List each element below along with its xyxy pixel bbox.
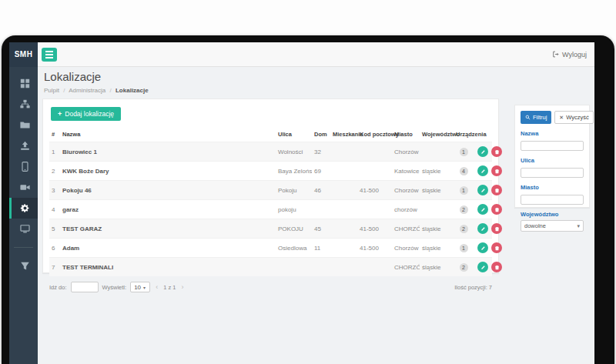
devices-count-badge: 2 <box>460 263 468 272</box>
locations-panel: + Dodaj lokalizację # Nazwa Ulica Dom Mi… <box>42 99 499 273</box>
sidebar-item-cameras[interactable] <box>9 177 38 198</box>
breadcrumb-home[interactable]: Pulpit <box>44 87 59 94</box>
col-kod-pocztowy: Kod pocztowy <box>357 127 392 142</box>
edit-button[interactable] <box>477 242 488 253</box>
cell-nazwa: TEST TERMINALI <box>60 258 276 277</box>
sidebar-item-upload[interactable] <box>9 135 38 156</box>
sidebar-item-devices[interactable] <box>9 156 38 177</box>
delete-button[interactable] <box>491 223 502 234</box>
cell-wojewodztwo: śląskie <box>420 162 454 181</box>
filter-wojewodztwo-select[interactable]: dowolne ▾ <box>521 220 584 232</box>
cell-ulica <box>276 258 312 277</box>
filter-panel: Filtruj ✕ Wyczyść Nazwa Ulica Miasto Woj… <box>514 105 590 208</box>
pencil-icon <box>480 245 486 251</box>
cell-mieszkanie <box>330 181 357 200</box>
breadcrumb-section[interactable]: Administracja <box>69 87 105 94</box>
table-row: 4 garaz pokoju chorzów 2 <box>49 200 492 219</box>
row-number: 2 <box>49 162 60 181</box>
cell-kod <box>357 162 392 181</box>
delete-button[interactable] <box>491 262 502 272</box>
edit-button[interactable] <box>477 165 488 176</box>
devices-count-badge: 1 <box>460 186 468 195</box>
col-dom: Dom <box>312 127 330 142</box>
chevron-down-icon: ▾ <box>143 285 146 290</box>
pencil-icon <box>480 265 486 270</box>
delete-button[interactable] <box>491 165 502 176</box>
cell-nazwa: Biurowiec 1 <box>60 142 276 162</box>
goto-page-input[interactable] <box>71 282 99 292</box>
filter-clear-button[interactable]: ✕ Wyczyść <box>554 111 593 124</box>
close-icon: ✕ <box>559 115 564 121</box>
trash-icon <box>494 169 500 174</box>
cell-mieszkanie <box>330 239 357 258</box>
tablet-icon <box>20 162 30 172</box>
delete-button[interactable] <box>491 185 502 195</box>
sidebar-item-folders[interactable] <box>9 115 38 135</box>
plus-icon: + <box>58 110 62 118</box>
cell-wojewodztwo: śląskie <box>420 181 454 200</box>
sidebar-item-settings[interactable] <box>9 198 38 219</box>
row-number: 4 <box>49 200 60 219</box>
cell-nazwa: KWK Boże Dary <box>60 162 276 181</box>
trash-icon <box>494 265 500 270</box>
cell-miasto: Chorzów <box>392 239 420 258</box>
filter-apply-button[interactable]: Filtruj <box>521 111 551 124</box>
edit-button[interactable] <box>477 185 488 195</box>
col-miasto: Miasto <box>392 127 420 142</box>
edit-button[interactable] <box>477 204 488 215</box>
cell-ulica: POKOJU <box>276 219 312 239</box>
app-logo: SMH <box>9 42 38 67</box>
cell-wojewodztwo <box>420 142 454 162</box>
filter-miasto-input[interactable] <box>521 195 584 205</box>
page-size-select[interactable]: 10 ▾ <box>130 282 150 292</box>
cell-wojewodztwo: śląskie <box>420 219 454 239</box>
cell-kod: 41-500 <box>357 181 392 200</box>
pencil-icon <box>480 188 486 193</box>
delete-button[interactable] <box>491 146 502 157</box>
filter-clear-label: Wyczyść <box>566 114 589 121</box>
prev-page-button[interactable]: ‹ <box>154 283 159 291</box>
cell-nazwa: Pokoju 46 <box>60 181 276 200</box>
cell-wojewodztwo: śląskie <box>420 239 454 258</box>
row-number: 3 <box>49 181 60 200</box>
delete-button[interactable] <box>491 204 502 215</box>
edit-button[interactable] <box>477 223 488 234</box>
breadcrumb-separator: / <box>110 87 112 94</box>
page-size-value: 10 <box>134 284 141 291</box>
sidebar-item-dashboard[interactable] <box>9 73 38 94</box>
edit-button[interactable] <box>477 146 488 157</box>
table-row: 3 Pokoju 46 Pokoju 46 41-500 Chorzów ślą… <box>49 181 492 200</box>
edit-button[interactable] <box>477 262 488 272</box>
cell-wojewodztwo: śląskie <box>420 258 454 277</box>
trash-icon <box>494 226 500 232</box>
cell-mieszkanie <box>330 219 357 239</box>
sidebar-item-sitemap[interactable] <box>9 94 38 115</box>
filter-nazwa-input[interactable] <box>521 141 584 151</box>
cell-kod: 41-500 <box>357 239 392 258</box>
breadcrumb-separator: / <box>63 87 65 94</box>
folder-icon <box>20 120 30 130</box>
breadcrumb: Pulpit / Administracja / Lokalizacje <box>44 87 149 94</box>
table-row: 2 KWK Boże Dary Baya Zelońskiego 69 Kato… <box>49 162 492 181</box>
gear-icon <box>20 203 30 213</box>
col-ulica: Ulica <box>276 127 312 142</box>
goto-label: Idź do: <box>49 284 67 291</box>
devices-count-badge: 1 <box>460 244 468 252</box>
pencil-icon <box>480 207 486 212</box>
sidebar-toggle-button[interactable] <box>42 48 57 62</box>
row-number: 5 <box>49 219 60 239</box>
cell-mieszkanie <box>330 142 357 162</box>
sidebar-item-filter[interactable] <box>9 255 38 276</box>
col-nazwa: Nazwa <box>60 127 276 142</box>
filter-ulica-input[interactable] <box>521 168 584 178</box>
delete-button[interactable] <box>491 242 502 253</box>
table-row: 5 TEST GARAZ POKOJU 45 41-500 CHORZÓW śl… <box>49 219 492 239</box>
next-page-button[interactable]: › <box>179 283 185 291</box>
sidebar-item-terminals[interactable] <box>9 219 38 239</box>
table-header-row: # Nazwa Ulica Dom Mieszkanie Kod pocztow… <box>49 127 492 142</box>
cell-mieszkanie <box>330 200 357 219</box>
add-location-button[interactable]: + Dodaj lokalizację <box>51 107 121 121</box>
logout-button[interactable]: Wyloguj <box>552 51 587 58</box>
cell-dom: 32 <box>312 142 330 162</box>
cell-dom: 45 <box>312 219 330 239</box>
